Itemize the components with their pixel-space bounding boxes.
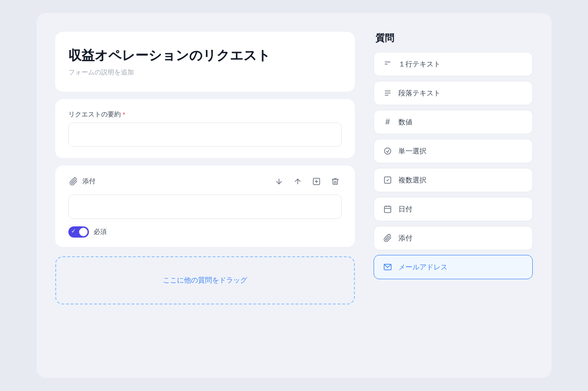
panel-title: 質問 <box>374 32 533 44</box>
date-icon <box>382 204 393 214</box>
single-select-icon <box>382 146 393 156</box>
single-select-label: 単一選択 <box>398 147 426 156</box>
attachment-label-row: 添付 <box>68 176 96 187</box>
attachment-label-text: 添付 <box>82 177 96 186</box>
move-down-button[interactable] <box>272 175 286 188</box>
main-container: 収益オペレーションのリクエスト フォームの説明を追加 リクエストの要約 * <box>37 13 551 378</box>
paragraph-label: 段落テキスト <box>398 89 441 98</box>
toggle-label-text: 必須 <box>94 228 107 236</box>
svg-point-10 <box>384 148 391 154</box>
question-item-date[interactable]: 日付 <box>374 197 533 221</box>
move-up-button[interactable] <box>291 175 304 188</box>
required-star: * <box>123 111 125 118</box>
multi-select-icon <box>382 175 393 185</box>
add-field-button[interactable] <box>310 175 323 188</box>
check-icon: ✓ <box>71 228 76 234</box>
question-item-attachment[interactable]: 添付 <box>374 226 533 250</box>
question-item-number[interactable]: # 数値 <box>374 110 533 134</box>
single-line-icon <box>382 59 393 69</box>
attachment-icon <box>382 233 393 243</box>
paperclip-icon <box>68 176 79 187</box>
paragraph-icon <box>382 88 393 98</box>
date-label: 日付 <box>398 205 412 214</box>
email-label: メールアドレス <box>398 263 448 272</box>
delete-field-button[interactable] <box>329 175 342 188</box>
attachment-header: 添付 <box>68 175 342 188</box>
question-item-single-select[interactable]: 単一選択 <box>374 139 533 163</box>
field-label: リクエストの要約 * <box>68 110 342 119</box>
question-item-single-line[interactable]: １行テキスト <box>374 52 533 76</box>
attachment-card: 添付 <box>55 166 355 247</box>
form-description: フォームの説明を追加 <box>68 68 342 77</box>
multi-select-label: 複数選択 <box>398 176 426 185</box>
attachment-input-field[interactable] <box>68 195 342 219</box>
summary-field-card: リクエストの要約 * <box>55 99 355 158</box>
form-title: 収益オペレーションのリクエスト <box>68 47 342 65</box>
left-panel: 収益オペレーションのリクエスト フォームの説明を追加 リクエストの要約 * <box>55 32 355 359</box>
question-item-paragraph[interactable]: 段落テキスト <box>374 81 533 105</box>
attachment-actions <box>272 175 342 188</box>
single-line-label: １行テキスト <box>398 60 441 69</box>
email-icon <box>382 262 393 272</box>
attachment-sidebar-label: 添付 <box>398 234 412 243</box>
required-toggle-row: ✓ 必須 <box>68 226 342 238</box>
svg-rect-12 <box>384 206 391 213</box>
number-label: 数値 <box>398 118 412 127</box>
drop-zone-text: ここに他の質問をドラッグ <box>163 276 247 285</box>
required-toggle[interactable]: ✓ <box>68 226 89 238</box>
form-header-card: 収益オペレーションのリクエスト フォームの説明を追加 <box>55 32 355 92</box>
question-item-multi-select[interactable]: 複数選択 <box>374 168 533 192</box>
drop-zone[interactable]: ここに他の質問をドラッグ <box>55 256 355 304</box>
number-icon: # <box>382 117 393 127</box>
question-item-email[interactable]: メールアドレス <box>374 255 533 279</box>
summary-input[interactable] <box>68 123 342 147</box>
right-panel: 質問 １行テキスト 段落テキスト # 数値 <box>374 32 533 359</box>
